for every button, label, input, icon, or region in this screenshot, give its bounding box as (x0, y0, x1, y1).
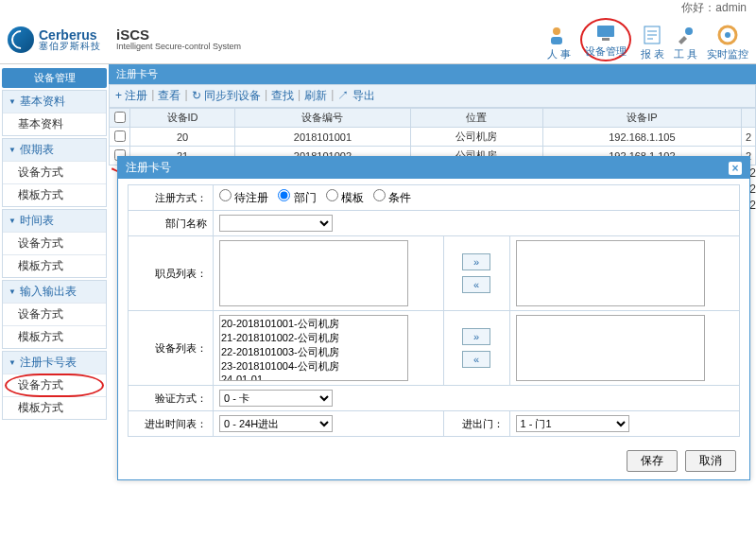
col-id: 设备ID (130, 109, 235, 128)
dev-move-left[interactable]: « (462, 351, 490, 368)
user-label: 你好： (681, 1, 715, 14)
register-dialog: 注册卡号 × 注册方式： 待注册 部门 模板 条件 部门名称 职员列表： » « (117, 156, 750, 480)
dev-left-list[interactable]: 20-2018101001-公司机房 21-2018101002-公司机房 22… (219, 315, 408, 381)
nav-tools[interactable]: 工 具 (674, 24, 697, 61)
verify-select[interactable]: 0 - 卡 (219, 390, 333, 407)
verify-label: 验证方式： (129, 386, 214, 411)
sidebar-sec-2[interactable]: 时间表 (3, 210, 106, 232)
sidebar: 设备管理 基本资料基本资料假期表设备方式模板方式时间表设备方式模板方式输入输出表… (0, 64, 109, 539)
tb-sync[interactable]: ↻ 同步到设备 (192, 88, 261, 104)
reg-mode: 待注册 部门 模板 条件 (214, 185, 740, 211)
emp-left-list[interactable] (219, 240, 408, 306)
sidebar-item-2-0[interactable]: 设备方式 (3, 232, 106, 254)
svg-rect-2 (597, 26, 614, 37)
tb-find[interactable]: 查找 (271, 88, 294, 104)
regmode-opt-1[interactable]: 部门 (278, 191, 316, 204)
nav-device[interactable]: 设备管理 (580, 18, 631, 61)
emp-move-left[interactable]: « (462, 276, 490, 293)
tb-view[interactable]: 查看 (158, 88, 180, 104)
row-tail: 2 (749, 183, 756, 196)
header: Cerberus 塞伯罗斯科技 iSCS Intelligent Secure-… (0, 16, 756, 64)
regmode-opt-2[interactable]: 模板 (326, 191, 364, 204)
emp-move-right[interactable]: » (462, 253, 490, 270)
tb-export[interactable]: ↗ 导出 (337, 88, 374, 104)
inout-label: 进出时间表： (129, 411, 214, 437)
door-label: 进出门： (443, 411, 509, 437)
dialog-title: 注册卡号 (126, 160, 171, 176)
close-icon[interactable]: × (729, 162, 742, 175)
logo-icon (8, 26, 34, 53)
tb-refresh[interactable]: 刷新 (304, 88, 327, 104)
toolbar: + 注册| 查看| ↻ 同步到设备| 查找| 刷新| ↗ 导出 (109, 84, 756, 108)
tb-add[interactable]: + 注册 (115, 88, 147, 104)
brand-cn: 塞伯罗斯科技 (39, 42, 101, 51)
door-select[interactable]: 1 - 门1 (516, 415, 629, 432)
dev-label: 设备列表： (129, 311, 214, 386)
row-chk[interactable] (114, 130, 126, 142)
brand-en: Cerberus (39, 28, 101, 42)
product-title: iSCS (116, 27, 241, 43)
dept-select[interactable] (219, 215, 333, 232)
dept-label: 部门名称 (129, 211, 214, 236)
dev-move-right[interactable]: » (462, 328, 490, 345)
brand: Cerberus 塞伯罗斯科技 (8, 26, 101, 53)
emp-right-list[interactable] (516, 240, 705, 306)
svg-rect-3 (602, 38, 610, 41)
sidebar-sec-1[interactable]: 假期表 (3, 139, 106, 161)
col-loc: 位置 (410, 109, 542, 128)
svg-point-0 (553, 27, 560, 35)
chk-all[interactable] (114, 112, 126, 123)
row-tail: 2 (749, 166, 756, 180)
nav-report[interactable]: 报 表 (641, 24, 664, 61)
top-nav: 人 事设备管理报 表工 具实时监控 (547, 18, 748, 61)
inout-select[interactable]: 0 - 24H进出 (219, 415, 333, 432)
sidebar-item-4-1[interactable]: 模板方式 (3, 396, 106, 419)
sidebar-item-3-1[interactable]: 模板方式 (3, 325, 106, 348)
save-button[interactable]: 保存 (627, 450, 678, 472)
sidebar-sec-4[interactable]: 注册卡号表 (3, 352, 106, 374)
emp-label: 职员列表： (129, 236, 214, 311)
col-sn: 设备编号 (235, 109, 411, 128)
row-tail: 2 (749, 199, 756, 212)
nav-monitor[interactable]: 实时监控 (707, 24, 748, 61)
svg-point-7 (725, 32, 730, 38)
nav-people[interactable]: 人 事 (547, 24, 571, 61)
svg-rect-1 (551, 37, 562, 44)
people-icon (547, 24, 570, 46)
col-ip: 设备IP (542, 109, 741, 128)
table-row[interactable]: 202018101001公司机房192.168.1.1052 (110, 128, 756, 147)
sidebar-item-4-0[interactable]: 设备方式 (3, 374, 106, 396)
cancel-button[interactable]: 取消 (685, 450, 736, 472)
svg-point-5 (685, 27, 693, 35)
sidebar-sec-0[interactable]: 基本资料 (3, 91, 106, 113)
sidebar-item-2-1[interactable]: 模板方式 (3, 254, 106, 277)
sidebar-item-1-0[interactable]: 设备方式 (3, 161, 106, 183)
regmode-opt-3[interactable]: 条件 (373, 191, 411, 204)
content-tab[interactable]: 注册卡号 (109, 64, 756, 84)
user-name: admin (715, 1, 747, 14)
device-icon (594, 21, 617, 43)
tools-icon (674, 24, 696, 46)
product: iSCS Intelligent Secure-control System (116, 27, 241, 52)
sidebar-sec-3[interactable]: 输入输出表 (3, 281, 106, 303)
reg-mode-label: 注册方式： (129, 185, 214, 211)
sidebar-item-1-1[interactable]: 模板方式 (3, 183, 106, 206)
monitor-icon (716, 24, 739, 46)
sidebar-item-0-0[interactable]: 基本资料 (3, 113, 106, 135)
sidebar-item-3-0[interactable]: 设备方式 (3, 303, 106, 325)
dev-right-list[interactable] (516, 315, 705, 381)
regmode-opt-0[interactable]: 待注册 (219, 191, 268, 204)
product-sub: Intelligent Secure-control System (116, 43, 241, 52)
sidebar-title: 设备管理 (2, 68, 107, 88)
report-icon (641, 24, 663, 46)
